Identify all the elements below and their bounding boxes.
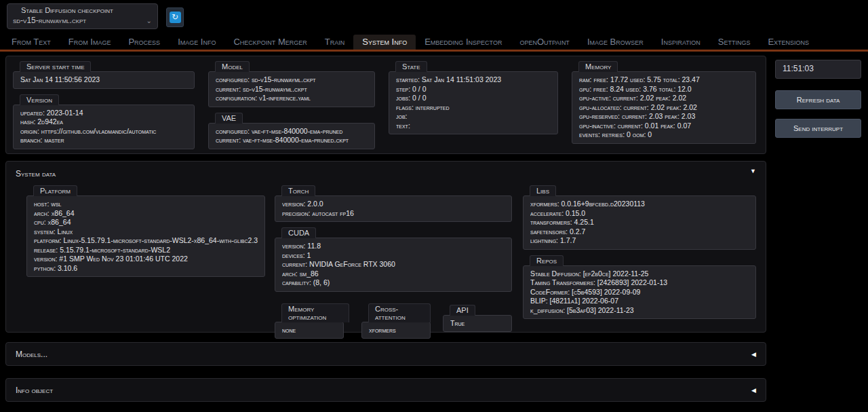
refresh-checkpoint-button[interactable]: ↻: [166, 7, 184, 27]
model-group: Model configured: sd-v15-runwayml.ckptcu…: [208, 59, 375, 107]
libs-group: Libs xformers: 0.0.16+9bfcebd.d20230113a…: [523, 183, 756, 250]
tab-image-browser[interactable]: Image Browser: [578, 35, 652, 50]
repos-group: Repos Stable Diffusion: [ef2b0ce] 2022-1…: [523, 253, 756, 320]
version-header: Version: [20, 94, 59, 105]
system-data-title[interactable]: System data: [16, 169, 56, 179]
server-start-time-header: Server start time: [20, 61, 91, 72]
model-header: Model: [215, 61, 250, 72]
models-accordion-label: Models...: [16, 350, 47, 359]
libs-header: Libs: [530, 185, 556, 196]
server-start-time-box: Sat Jan 14 11:50:56 2023: [13, 71, 195, 89]
cross-attention-group: Cross-attention xformers: [361, 303, 431, 339]
send-interrupt-button[interactable]: Send interrupt: [775, 119, 861, 138]
state-header: State: [395, 61, 427, 72]
api-box: True: [443, 315, 512, 333]
torch-group: Torch version: 2.0.0precision: autocast …: [275, 183, 512, 222]
tab-extensions[interactable]: Extensions: [759, 35, 818, 50]
status-panel: Server start time Sat Jan 14 11:50:56 20…: [5, 56, 766, 154]
memory-group: Memory ram: free: 17.72 used: 5.75 total…: [572, 59, 756, 144]
memory-box: ram: free: 17.72 used: 5.75 total: 23.47…: [572, 71, 756, 144]
tab-from-text[interactable]: From Text: [3, 35, 60, 50]
system-data-accordion: System data ▼ Platform host: wslarch: x8…: [5, 161, 766, 333]
libs-box: xformers: 0.0.16+9bfcebd.d20230113accele…: [523, 195, 756, 250]
cuda-box: version: 11.8devices: 1current: NVIDIA G…: [275, 238, 512, 292]
checkpoint-dropdown[interactable]: Stable Diffusion checkpoint sd-v15-runwa…: [7, 3, 158, 29]
actions-sidebar: 11:51:03 Refresh data Send interrupt: [775, 56, 861, 402]
expand-caret-icon: ◀: [751, 387, 756, 394]
repos-box: Stable Diffusion: [ef2b0ce] 2022-11-25Ta…: [523, 265, 756, 320]
state-box: started: Sat Jan 14 11:51:03 2023step: 0…: [389, 71, 558, 134]
version-group: Version updated: 2023-01-14hash: 2d942ea…: [13, 92, 195, 149]
state-group: State started: Sat Jan 14 11:51:03 2023s…: [389, 59, 558, 134]
cuda-header: CUDA: [281, 227, 316, 238]
tab-image-info[interactable]: Image Info: [169, 35, 224, 50]
expand-caret-icon: ◀: [751, 351, 756, 358]
model-box: configured: sd-v15-runwayml.ckptcurrent:…: [208, 71, 375, 107]
tab-process[interactable]: Process: [119, 35, 169, 50]
tab-checkpoint-merger[interactable]: Checkpoint Merger: [224, 35, 315, 50]
tab-from-image[interactable]: From Image: [60, 35, 120, 50]
cuda-group: CUDA version: 11.8devices: 1current: NVI…: [275, 225, 512, 292]
torch-box: version: 2.0.0precision: autocast fp16: [275, 195, 512, 222]
refresh-data-button[interactable]: Refresh data: [775, 90, 861, 109]
tab-settings[interactable]: Settings: [709, 35, 760, 50]
info-object-accordion[interactable]: Info object ◀: [5, 378, 766, 402]
quick-settings-bar: Stable Diffusion checkpoint sd-v15-runwa…: [0, 0, 868, 34]
refresh-icon: ↻: [170, 12, 181, 23]
memory-header: Memory: [578, 61, 618, 72]
server-start-time-group: Server start time Sat Jan 14 11:50:56 20…: [13, 59, 195, 89]
tab-system-info[interactable]: System Info: [353, 35, 416, 50]
chevron-down-icon: ⌄: [146, 17, 152, 24]
cross-attention-box: xformers: [361, 322, 431, 339]
memory-optimization-group: Memory optimization none: [275, 303, 349, 339]
vae-header: VAE: [215, 113, 243, 124]
api-group: API True: [443, 303, 512, 339]
platform-box: host: wslarch: x86_64cpu: x86_64system: …: [26, 195, 265, 277]
vae-group: VAE configured: vae-ft-mse-840000-ema-pr…: [208, 111, 375, 149]
tab-embedding-inspector[interactable]: Embedding Inspector: [416, 35, 511, 50]
tab-bar: From Text From Image Process Image Info …: [0, 34, 868, 52]
collapse-caret-icon[interactable]: ▼: [750, 168, 756, 174]
memory-optimization-box: none: [275, 322, 344, 339]
api-header: API: [450, 305, 475, 316]
repos-header: Repos: [530, 255, 564, 266]
models-accordion[interactable]: Models... ◀: [5, 342, 766, 366]
version-box: updated: 2023-01-14hash: 2d942eaorigin: …: [13, 105, 195, 149]
memory-optimization-header: Memory optimization: [281, 303, 349, 322]
tab-inspiration[interactable]: Inspiration: [652, 35, 709, 50]
info-object-accordion-label: Info object: [16, 386, 53, 395]
vae-box: configured: vae-ft-mse-840000-ema-pruned…: [208, 123, 375, 149]
time-field[interactable]: 11:51:03: [775, 60, 861, 79]
platform-group: Platform host: wslarch: x86_64cpu: x86_6…: [26, 183, 265, 277]
system-info-page: Server start time Sat Jan 14 11:50:56 20…: [0, 52, 868, 402]
platform-header: Platform: [33, 185, 77, 196]
tab-train[interactable]: Train: [316, 35, 353, 50]
checkpoint-dropdown-value: sd-v15-runwayml.ckpt: [13, 16, 86, 25]
checkpoint-dropdown-label: Stable Diffusion checkpoint: [21, 6, 152, 14]
tab-openoutpaint[interactable]: openOutpaint: [511, 35, 578, 50]
torch-header: Torch: [281, 185, 315, 196]
cross-attention-header: Cross-attention: [368, 303, 431, 322]
